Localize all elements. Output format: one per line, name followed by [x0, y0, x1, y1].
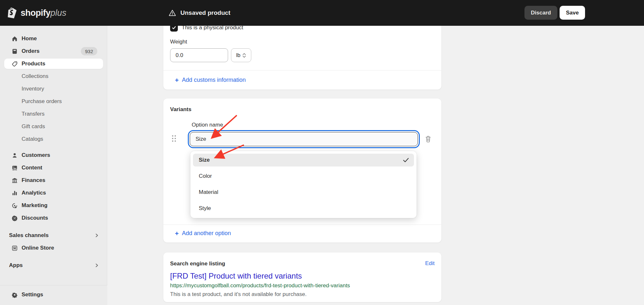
- selected-check-icon: [403, 158, 409, 162]
- dropdown-option-size[interactable]: Size: [193, 154, 414, 167]
- sidebar-item-label: Catalogs: [22, 136, 43, 142]
- sidebar-item-marketing[interactable]: Marketing: [4, 200, 103, 211]
- apps-label: Apps: [9, 262, 23, 269]
- shopify-plus-logo: shopifyplus: [8, 0, 66, 26]
- orders-icon: [11, 48, 18, 54]
- seo-card-title: Search engine listing: [170, 261, 225, 267]
- option-name-input[interactable]: [190, 132, 418, 146]
- seo-card: Search engine listing Edit [FRD Test] Pr…: [163, 253, 441, 302]
- sidebar-item-label: Settings: [22, 291, 43, 298]
- sidebar-item-label: Products: [22, 61, 45, 67]
- tag-icon: [11, 61, 18, 67]
- variants-card: Variants Option name Size Color Material…: [163, 99, 441, 243]
- drag-handle-icon[interactable]: [172, 135, 176, 141]
- add-another-option-link[interactable]: + Add another option: [175, 230, 231, 237]
- plus-icon: +: [175, 230, 179, 237]
- dropdown-option-label: Style: [199, 205, 211, 212]
- store-icon: [11, 245, 18, 251]
- brand-name: shopify: [21, 8, 51, 18]
- sidebar-item-finances[interactable]: Finances: [4, 175, 103, 186]
- variants-title: Variants: [170, 106, 191, 113]
- shopify-admin-screen: This is a physical product Weight lb + A…: [0, 0, 644, 305]
- sidebar-item-label: Finances: [22, 177, 45, 184]
- analytics-icon: [11, 190, 18, 196]
- sidebar-item-settings[interactable]: Settings: [4, 290, 103, 300]
- content-icon: [11, 165, 18, 171]
- save-button[interactable]: Save: [560, 6, 585, 20]
- settings-section: Settings: [0, 285, 107, 305]
- chevron-right-icon: [95, 233, 99, 238]
- unsaved-status-text: Unsaved product: [180, 9, 230, 16]
- divider: [163, 70, 441, 71]
- sidebar-item-content[interactable]: Content: [4, 163, 103, 173]
- seo-edit-link[interactable]: Edit: [425, 260, 435, 267]
- top-bar: shopifyplus Unsaved product Discard Save: [0, 0, 644, 26]
- discard-button[interactable]: Discard: [524, 6, 557, 20]
- discounts-icon: [11, 215, 18, 221]
- marketing-icon: [11, 202, 18, 209]
- customers-icon: [11, 152, 18, 158]
- sidebar-item-label: Orders: [22, 48, 40, 54]
- dropdown-option-label: Material: [199, 189, 218, 195]
- dropdown-option-color[interactable]: Color: [193, 170, 414, 183]
- sidebar-item-inventory[interactable]: Inventory: [4, 84, 103, 94]
- sidebar-item-label: Marketing: [22, 202, 47, 209]
- orders-count-badge: 932: [81, 47, 97, 55]
- chevron-updown-icon: [242, 53, 246, 58]
- plus-icon: +: [175, 77, 179, 83]
- sidebar-item-label: Discounts: [22, 215, 48, 221]
- add-customs-label: Add customs information: [182, 77, 246, 83]
- sidebar-item-label: Transfers: [22, 111, 44, 117]
- chevron-right-icon: [95, 263, 99, 268]
- warning-icon: [168, 9, 176, 16]
- dropdown-option-style[interactable]: Style: [193, 202, 414, 215]
- seo-page-title[interactable]: [FRD Test] Product with tiered variants: [170, 272, 302, 281]
- sidebar-item-label: Collections: [22, 73, 48, 80]
- sales-channels-label: Sales channels: [9, 232, 49, 239]
- sidebar-item-purchase-orders[interactable]: Purchase orders: [4, 96, 103, 107]
- sidebar-item-label: Home: [22, 35, 37, 42]
- sidebar-item-label: Gift cards: [22, 123, 45, 130]
- sidebar-item-discounts[interactable]: Discounts: [4, 213, 103, 223]
- sidebar-item-analytics[interactable]: Analytics: [4, 188, 103, 198]
- sidebar-item-label: Content: [22, 165, 42, 171]
- dropdown-option-label: Size: [199, 157, 210, 163]
- option-name-dropdown: Size Color Material Style: [190, 151, 417, 218]
- trash-icon: [425, 135, 432, 143]
- brand-suffix: plus: [51, 8, 67, 18]
- option-name-label: Option name: [192, 122, 223, 128]
- seo-description: This is a test product, and it's not ava…: [170, 291, 307, 298]
- weight-input[interactable]: [170, 48, 228, 62]
- unsaved-status: Unsaved product: [168, 0, 230, 26]
- shopify-bag-icon: [8, 7, 17, 18]
- delete-option-button[interactable]: [424, 135, 433, 144]
- sidebar-item-products[interactable]: Products: [4, 59, 103, 69]
- sales-channels-header[interactable]: Sales channels: [4, 230, 103, 241]
- sidebar-item-customers[interactable]: Customers: [4, 150, 103, 160]
- dropdown-option-material[interactable]: Material: [193, 186, 414, 199]
- sidebar-item-label: Analytics: [22, 190, 46, 196]
- gear-icon: [11, 291, 18, 298]
- sidebar-item-orders[interactable]: Orders 932: [4, 46, 103, 56]
- check-icon: [172, 25, 176, 30]
- dropdown-option-label: Color: [199, 173, 212, 179]
- divider: [163, 224, 441, 225]
- weight-unit-select[interactable]: lb: [231, 48, 251, 62]
- sidebar-item-transfers[interactable]: Transfers: [4, 109, 103, 119]
- weight-unit-value: lb: [236, 52, 240, 59]
- sidebar-item-home[interactable]: Home: [4, 33, 103, 44]
- sidebar: Home Orders 932 Products Collections Inv…: [0, 26, 107, 305]
- apps-header[interactable]: Apps: [4, 260, 103, 271]
- sidebar-item-label: Inventory: [22, 86, 44, 92]
- sidebar-item-gift-cards[interactable]: Gift cards: [4, 121, 103, 132]
- sidebar-item-catalogs[interactable]: Catalogs: [4, 134, 103, 144]
- weight-label: Weight: [170, 39, 187, 45]
- seo-url: https://mycustomgolfball.com/products/fr…: [170, 282, 350, 289]
- add-another-option-label: Add another option: [182, 230, 231, 237]
- sidebar-item-collections[interactable]: Collections: [4, 71, 103, 81]
- finances-icon: [11, 177, 18, 184]
- sidebar-item-label: Purchase orders: [22, 98, 62, 105]
- sidebar-item-label: Customers: [22, 152, 50, 158]
- sidebar-item-online-store[interactable]: Online Store: [4, 243, 103, 253]
- add-customs-link[interactable]: + Add customs information: [175, 77, 246, 83]
